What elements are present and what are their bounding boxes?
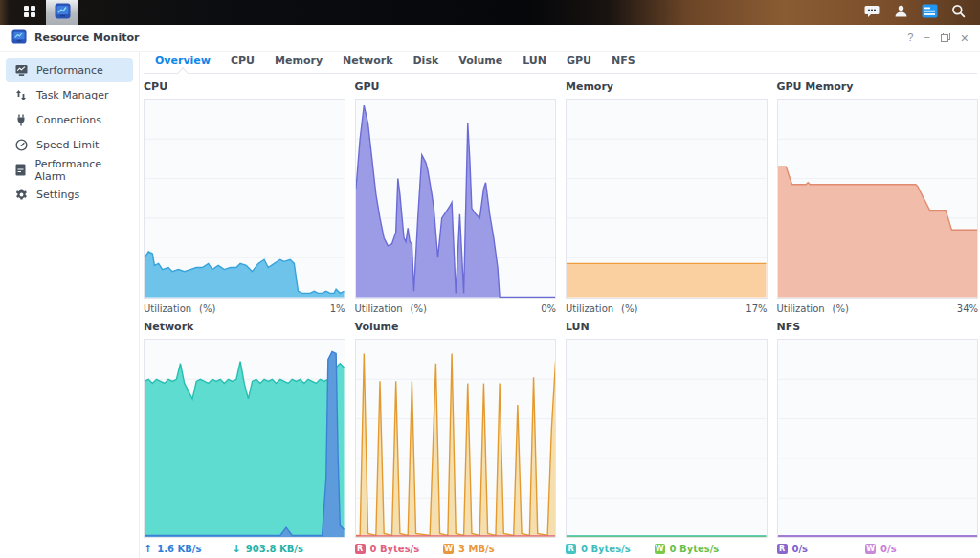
volume-write-line — [356, 353, 556, 535]
alarm-document-icon — [14, 164, 26, 176]
chart-footer: Utilization(%)17% — [566, 299, 768, 316]
tab-gpu[interactable]: GPU — [565, 52, 593, 73]
search-icon — [951, 4, 966, 21]
main-menu-icon — [23, 5, 36, 21]
sidebar-item-performance[interactable]: Performance — [6, 58, 133, 82]
chart-card-lun: LUN R0 Bytes/sW0 Bytes/s — [566, 321, 768, 556]
chart-footer: R0 Bytes/sW0 Bytes/s — [566, 538, 768, 555]
sidebar-item-label: Speed Limit — [36, 139, 99, 151]
chart-card-nfs: NFS R0/sW0/s — [777, 321, 979, 556]
read-badge: R — [355, 544, 366, 554]
legend-item: R0 Bytes/s — [566, 544, 655, 554]
window-controls: ? − × — [907, 32, 969, 45]
window-titlebar[interactable]: Resource Monitor ? − × — [0, 25, 980, 52]
sidebar-item-label: Connections — [36, 114, 101, 126]
chart-card-gpu: GPU Utilization(%)0% — [355, 80, 557, 316]
utilization-label: Utilization — [355, 303, 403, 314]
write-badge: W — [655, 544, 665, 554]
utilization-value: 0% — [541, 303, 556, 314]
utilization-value: 34% — [957, 303, 978, 314]
user-menu-button[interactable] — [886, 0, 915, 25]
window-title: Resource Monitor — [34, 32, 139, 44]
write-badge: W — [443, 544, 454, 554]
chart-title: Memory — [566, 80, 768, 96]
chart-footer: Utilization(%)1% — [144, 299, 345, 316]
help-button[interactable]: ? — [907, 33, 913, 43]
chart-area — [777, 339, 979, 539]
main-menu-button[interactable] — [13, 0, 46, 25]
sidebar-item-settings[interactable]: Settings — [6, 183, 133, 207]
legend-value: 3 MB/s — [458, 544, 495, 554]
chart-title: GPU Memory — [777, 80, 979, 96]
chat-icon — [864, 5, 880, 21]
legend-item: R0/s — [777, 544, 866, 554]
utilization-label: Utilization — [566, 303, 613, 314]
tab-overview[interactable]: Overview — [153, 52, 212, 73]
tab-nfs[interactable]: NFS — [610, 52, 637, 73]
tab-network[interactable]: Network — [341, 52, 394, 73]
up-arrow-icon: ↑ — [144, 544, 152, 554]
gear-icon — [14, 189, 28, 201]
taskbar-left — [0, 0, 78, 25]
chart-footer: R0 Bytes/sW3 MB/s — [355, 538, 557, 555]
sidebar-item-performance-alarm[interactable]: Performance Alarm — [6, 158, 133, 182]
gpu-memory-utilization-area — [778, 167, 978, 297]
legend-value: 0 Bytes/s — [581, 544, 631, 554]
chart-card-network: Network ↑1.6 KB/s↓903.8 KB/s — [144, 321, 345, 556]
legend-value: 1.6 KB/s — [157, 544, 201, 554]
sidebar-item-task-manager[interactable]: Task Manager — [6, 83, 133, 107]
sidebar-item-label: Task Manager — [36, 89, 108, 101]
plug-icon — [14, 114, 28, 126]
cpu-utilization-area — [145, 252, 345, 297]
maximize-button[interactable] — [941, 33, 950, 44]
restore-icon — [941, 33, 950, 44]
task-manager-arrows-icon — [14, 89, 28, 101]
chart-area — [144, 99, 345, 299]
legend-value: 903.8 KB/s — [246, 544, 303, 554]
chart-area — [777, 99, 979, 299]
desktop-taskbar — [0, 0, 980, 25]
gauge-icon — [14, 139, 28, 151]
performance-chart-icon — [14, 64, 28, 77]
main-content: OverviewCPUMemoryNetworkDiskVolumeLUNGPU… — [140, 52, 980, 558]
sidebar-item-connections[interactable]: Connections — [6, 108, 133, 132]
taskbar-resource-monitor-button[interactable] — [46, 0, 78, 25]
memory-utilization-area — [567, 263, 767, 297]
down-arrow-icon: ↓ — [233, 544, 241, 554]
legend-item: W0/s — [865, 544, 954, 554]
minimize-button[interactable]: − — [924, 33, 929, 43]
chart-area — [566, 99, 768, 299]
utilization-unit: (%) — [411, 303, 427, 314]
legend-value: 0/s — [792, 544, 809, 554]
chart-footer: Utilization(%)34% — [777, 299, 979, 316]
tab-lun[interactable]: LUN — [521, 52, 548, 73]
chart-card-memory: Memory Utilization(%)17% — [566, 80, 768, 316]
tab-memory[interactable]: Memory — [273, 52, 324, 73]
search-button[interactable] — [944, 0, 972, 25]
widgets-button[interactable] — [915, 0, 944, 25]
chart-card-gpu-memory: GPU Memory Utilization(%)34% — [777, 80, 979, 316]
utilization-value: 1% — [330, 303, 345, 314]
utilization-label: Utilization — [777, 303, 825, 314]
legend-value: 0/s — [880, 544, 897, 554]
chart-title: Network — [144, 321, 345, 336]
notifications-button[interactable] — [858, 0, 886, 25]
user-icon — [894, 4, 908, 21]
tab-cpu[interactable]: CPU — [229, 52, 256, 73]
chart-title: LUN — [566, 321, 768, 336]
sidebar-item-speed-limit[interactable]: Speed Limit — [6, 133, 133, 157]
utilization-unit: (%) — [199, 303, 215, 314]
utilization-unit: (%) — [833, 303, 849, 314]
read-badge: R — [566, 544, 576, 554]
chart-card-volume: Volume R0 Bytes/sW3 MB/s — [355, 321, 557, 556]
chart-area — [144, 339, 345, 539]
tab-disk[interactable]: Disk — [411, 52, 440, 73]
legend-item: ↓903.8 KB/s — [233, 544, 322, 554]
gpu-utilization-area — [356, 105, 556, 297]
legend-item: W0 Bytes/s — [655, 544, 744, 554]
legend-item: ↑1.6 KB/s — [144, 544, 233, 554]
tab-volume[interactable]: Volume — [457, 52, 504, 73]
close-button[interactable]: × — [961, 32, 969, 45]
screen: Resource Monitor ? − × Performance Task … — [0, 0, 980, 558]
chart-area — [355, 339, 557, 539]
